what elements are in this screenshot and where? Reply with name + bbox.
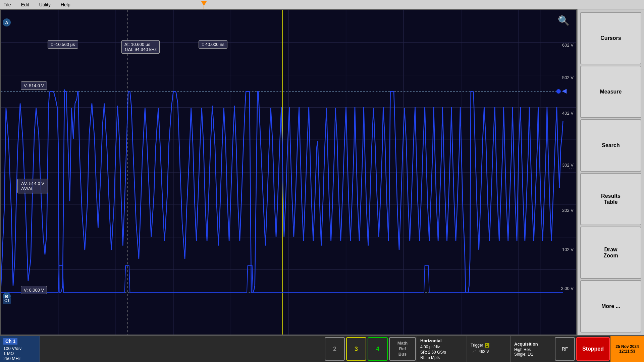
measure-button[interactable]: Measure <box>580 66 641 118</box>
acquisition-info: Acquisition High Res Single: 1/1 <box>511 336 554 362</box>
ch3-button[interactable]: 3 <box>346 337 366 361</box>
spacer <box>40 336 324 362</box>
trigger-info: Trigger 1 ⟋ 462 V <box>467 336 511 362</box>
ch1-impedance: 1 MΩ <box>3 351 36 356</box>
ch1-label: Ch 1 <box>3 338 17 345</box>
trigger-title: Trigger <box>471 343 483 348</box>
trigger-title-row: Trigger 1 <box>471 343 507 348</box>
horizontal-time-div: 4.00 μs/div <box>420 345 463 349</box>
ch4-button[interactable]: 4 <box>368 337 388 361</box>
svg-text:◄: ◄ <box>560 86 568 95</box>
trigger-arrow-icon <box>201 1 207 6</box>
file-menu[interactable]: File <box>3 2 11 7</box>
trigger-slope-icon: ⟋ <box>471 348 477 355</box>
draw-zoom-button[interactable]: Draw Zoom <box>580 227 641 279</box>
time-display: 12:11:53 <box>619 349 635 354</box>
datetime-block: 25 Nov 2024 12:11:53 <box>610 336 644 362</box>
ch1-info-block: Ch 1 100 V/div 1 MΩ 250 MHz <box>0 336 40 362</box>
trigger-level-row: ⟋ 462 V <box>471 348 507 355</box>
menu-bar: File Edit Utility Help <box>0 0 644 9</box>
right-panel: Cursors Measure Search Results Table Dra… <box>577 9 644 335</box>
help-menu[interactable]: Help <box>61 2 70 7</box>
horizontal-info: Horizontal 4.00 μs/div SR: 2.50 GS/s RL:… <box>417 336 467 362</box>
bottom-bar: Ch 1 100 V/div 1 MΩ 250 MHz 2 3 4 Math R… <box>0 335 644 362</box>
horizontal-sr: SR: 2.50 GS/s <box>420 350 463 355</box>
search-button[interactable]: Search <box>580 119 641 172</box>
scope-display[interactable]: ◄ 🔍 A B C1 t: -10.560 μs Δt: 10.600 μs <box>0 9 577 335</box>
trigger-line-icon <box>204 6 204 9</box>
ch2-button[interactable]: 2 <box>325 337 345 361</box>
cursors-button[interactable]: Cursors <box>580 12 641 64</box>
edit-menu[interactable]: Edit <box>21 2 29 7</box>
waveform-canvas: ◄ <box>1 10 576 335</box>
acquisition-title: Acquisition <box>514 342 550 347</box>
acquisition-single: Single: 1/1 <box>514 352 550 357</box>
utility-menu[interactable]: Utility <box>39 2 51 7</box>
trigger-position <box>201 1 207 9</box>
math-ref-bus-button[interactable]: Math Ref Bus <box>389 337 416 361</box>
trigger-num: 1 <box>485 343 489 348</box>
ch1-bandwidth: 250 MHz <box>3 356 36 361</box>
more-button[interactable]: More ... <box>580 280 641 333</box>
stopped-button[interactable]: Stopped <box>576 337 610 361</box>
horizontal-title: Horizontal <box>420 338 463 343</box>
main-area: ◄ 🔍 A B C1 t: -10.560 μs Δt: 10.600 μs <box>0 9 644 335</box>
acquisition-mode: High Res <box>514 347 550 352</box>
ch1-volts-div: 100 V/div <box>3 346 36 351</box>
horizontal-rl: RL: 5 Mpts <box>420 355 463 360</box>
results-table-button[interactable]: Results Table <box>580 173 641 225</box>
date-display: 25 Nov 2024 <box>615 344 639 349</box>
rf-button[interactable]: RF <box>555 337 575 361</box>
trigger-level-value: 462 V <box>479 349 489 354</box>
